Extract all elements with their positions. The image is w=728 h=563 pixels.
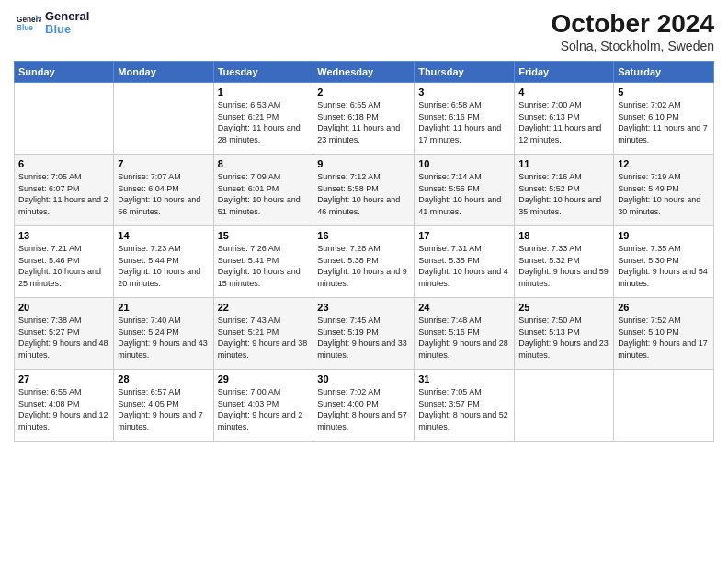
calendar-cell <box>114 83 213 155</box>
calendar-cell: 17Sunrise: 7:31 AMSunset: 5:35 PMDayligh… <box>415 226 515 298</box>
day-number: 7 <box>118 158 209 169</box>
calendar-cell: 22Sunrise: 7:43 AMSunset: 5:21 PMDayligh… <box>213 298 313 370</box>
day-info: Sunrise: 7:05 AMSunset: 3:57 PMDaylight:… <box>418 386 510 432</box>
day-number: 26 <box>618 302 710 313</box>
calendar-week-row: 27Sunrise: 6:55 AMSunset: 4:08 PMDayligh… <box>15 370 714 442</box>
day-info: Sunrise: 7:43 AMSunset: 5:21 PMDaylight:… <box>218 315 310 361</box>
day-number: 18 <box>518 230 609 241</box>
calendar-cell: 10Sunrise: 7:14 AMSunset: 5:55 PMDayligh… <box>415 155 515 226</box>
calendar-cell: 13Sunrise: 7:21 AMSunset: 5:46 PMDayligh… <box>15 226 114 298</box>
day-info: Sunrise: 7:19 AMSunset: 5:49 PMDaylight:… <box>618 171 710 217</box>
day-info: Sunrise: 7:35 AMSunset: 5:30 PMDaylight:… <box>618 243 710 289</box>
day-number: 13 <box>18 230 109 241</box>
day-info: Sunrise: 7:23 AMSunset: 5:44 PMDaylight:… <box>118 243 209 289</box>
calendar-cell <box>15 83 114 155</box>
calendar-cell: 30Sunrise: 7:02 AMSunset: 4:00 PMDayligh… <box>313 370 415 442</box>
calendar-cell: 8Sunrise: 7:09 AMSunset: 6:01 PMDaylight… <box>213 155 313 226</box>
day-info: Sunrise: 6:55 AMSunset: 4:08 PMDaylight:… <box>18 386 109 432</box>
day-number: 1 <box>218 86 310 98</box>
day-info: Sunrise: 7:02 AMSunset: 4:00 PMDaylight:… <box>317 386 410 432</box>
day-info: Sunrise: 7:40 AMSunset: 5:24 PMDaylight:… <box>118 315 209 361</box>
calendar-cell: 4Sunrise: 7:00 AMSunset: 6:13 PMDaylight… <box>515 83 614 155</box>
day-info: Sunrise: 7:00 AMSunset: 6:13 PMDaylight:… <box>518 99 609 145</box>
calendar-cell: 27Sunrise: 6:55 AMSunset: 4:08 PMDayligh… <box>15 370 114 442</box>
day-info: Sunrise: 6:58 AMSunset: 6:16 PMDaylight:… <box>418 99 510 145</box>
calendar-week-row: 1Sunrise: 6:53 AMSunset: 6:21 PMDaylight… <box>15 83 714 155</box>
day-info: Sunrise: 7:16 AMSunset: 5:52 PMDaylight:… <box>518 171 609 217</box>
day-info: Sunrise: 6:53 AMSunset: 6:21 PMDaylight:… <box>218 99 310 145</box>
logo-general: General <box>45 10 89 23</box>
day-number: 16 <box>317 230 410 241</box>
day-number: 28 <box>118 373 209 385</box>
day-number: 24 <box>418 302 510 313</box>
calendar-cell: 16Sunrise: 7:28 AMSunset: 5:38 PMDayligh… <box>313 226 415 298</box>
day-number: 30 <box>317 373 410 385</box>
day-info: Sunrise: 7:02 AMSunset: 6:10 PMDaylight:… <box>618 99 710 145</box>
weekday-header: Tuesday <box>213 62 313 83</box>
calendar-cell: 24Sunrise: 7:48 AMSunset: 5:16 PMDayligh… <box>415 298 515 370</box>
svg-text:General: General <box>17 16 41 24</box>
calendar-header-row: SundayMondayTuesdayWednesdayThursdayFrid… <box>15 62 714 83</box>
day-info: Sunrise: 7:07 AMSunset: 6:04 PMDaylight:… <box>118 171 209 217</box>
day-number: 27 <box>18 373 109 385</box>
day-number: 25 <box>518 302 609 313</box>
calendar-cell: 18Sunrise: 7:33 AMSunset: 5:32 PMDayligh… <box>515 226 614 298</box>
calendar-cell: 28Sunrise: 6:57 AMSunset: 4:05 PMDayligh… <box>114 370 213 442</box>
calendar-cell: 2Sunrise: 6:55 AMSunset: 6:18 PMDaylight… <box>313 83 415 155</box>
day-info: Sunrise: 7:26 AMSunset: 5:41 PMDaylight:… <box>218 243 310 289</box>
location: Solna, Stockholm, Sweden <box>552 39 714 53</box>
page-header: General Blue General Blue October 2024 S… <box>14 9 714 53</box>
weekday-header: Saturday <box>614 62 714 83</box>
day-info: Sunrise: 6:55 AMSunset: 6:18 PMDaylight:… <box>317 99 410 145</box>
day-number: 9 <box>317 158 410 169</box>
logo: General Blue General Blue <box>14 9 89 37</box>
logo-blue: Blue <box>45 23 89 36</box>
calendar-cell: 23Sunrise: 7:45 AMSunset: 5:19 PMDayligh… <box>313 298 415 370</box>
calendar-week-row: 20Sunrise: 7:38 AMSunset: 5:27 PMDayligh… <box>15 298 714 370</box>
calendar-cell: 26Sunrise: 7:52 AMSunset: 5:10 PMDayligh… <box>614 298 714 370</box>
calendar-cell: 1Sunrise: 6:53 AMSunset: 6:21 PMDaylight… <box>213 83 313 155</box>
day-info: Sunrise: 6:57 AMSunset: 4:05 PMDaylight:… <box>118 386 209 432</box>
day-number: 21 <box>118 302 209 313</box>
calendar-cell: 5Sunrise: 7:02 AMSunset: 6:10 PMDaylight… <box>614 83 714 155</box>
day-info: Sunrise: 7:52 AMSunset: 5:10 PMDaylight:… <box>618 315 710 361</box>
calendar-table: SundayMondayTuesdayWednesdayThursdayFrid… <box>14 61 714 442</box>
day-number: 5 <box>618 86 710 98</box>
day-number: 6 <box>18 158 109 169</box>
day-info: Sunrise: 7:14 AMSunset: 5:55 PMDaylight:… <box>418 171 510 217</box>
calendar-cell: 15Sunrise: 7:26 AMSunset: 5:41 PMDayligh… <box>213 226 313 298</box>
svg-text:Blue: Blue <box>17 24 33 32</box>
day-number: 20 <box>18 302 109 313</box>
day-number: 4 <box>518 86 609 98</box>
day-number: 10 <box>418 158 510 169</box>
calendar-cell: 19Sunrise: 7:35 AMSunset: 5:30 PMDayligh… <box>614 226 714 298</box>
day-info: Sunrise: 7:05 AMSunset: 6:07 PMDaylight:… <box>18 171 109 217</box>
day-number: 11 <box>518 158 609 169</box>
calendar-cell: 21Sunrise: 7:40 AMSunset: 5:24 PMDayligh… <box>114 298 213 370</box>
calendar-cell: 6Sunrise: 7:05 AMSunset: 6:07 PMDaylight… <box>15 155 114 226</box>
day-number: 22 <box>218 302 310 313</box>
day-number: 2 <box>317 86 410 98</box>
day-info: Sunrise: 7:00 AMSunset: 4:03 PMDaylight:… <box>218 386 310 432</box>
calendar-cell: 29Sunrise: 7:00 AMSunset: 4:03 PMDayligh… <box>213 370 313 442</box>
day-number: 3 <box>418 86 510 98</box>
calendar-cell <box>515 370 614 442</box>
calendar-cell: 14Sunrise: 7:23 AMSunset: 5:44 PMDayligh… <box>114 226 213 298</box>
calendar-week-row: 13Sunrise: 7:21 AMSunset: 5:46 PMDayligh… <box>15 226 714 298</box>
calendar-cell: 20Sunrise: 7:38 AMSunset: 5:27 PMDayligh… <box>15 298 114 370</box>
page-container: General Blue General Blue October 2024 S… <box>0 0 728 563</box>
calendar-cell: 11Sunrise: 7:16 AMSunset: 5:52 PMDayligh… <box>515 155 614 226</box>
day-number: 15 <box>218 230 310 241</box>
weekday-header: Friday <box>515 62 614 83</box>
calendar-cell: 9Sunrise: 7:12 AMSunset: 5:58 PMDaylight… <box>313 155 415 226</box>
day-info: Sunrise: 7:38 AMSunset: 5:27 PMDaylight:… <box>18 315 109 361</box>
day-number: 31 <box>418 373 510 385</box>
month-title: October 2024 <box>552 9 714 39</box>
day-info: Sunrise: 7:45 AMSunset: 5:19 PMDaylight:… <box>317 315 410 361</box>
day-number: 17 <box>418 230 510 241</box>
calendar-cell: 3Sunrise: 6:58 AMSunset: 6:16 PMDaylight… <box>415 83 515 155</box>
day-number: 14 <box>118 230 209 241</box>
weekday-header: Monday <box>114 62 213 83</box>
day-info: Sunrise: 7:31 AMSunset: 5:35 PMDaylight:… <box>418 243 510 289</box>
weekday-header: Wednesday <box>313 62 415 83</box>
